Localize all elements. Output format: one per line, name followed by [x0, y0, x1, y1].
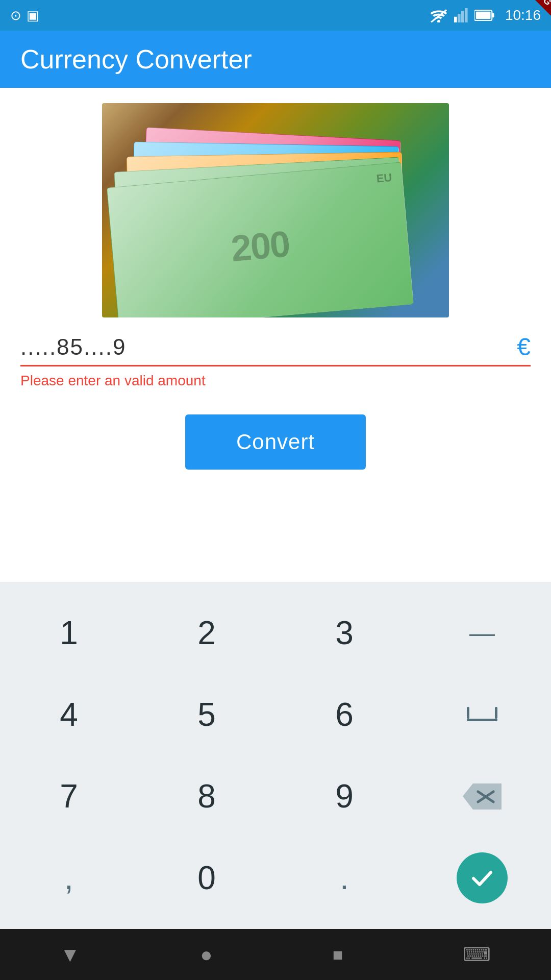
status-bar: ⊙ ▣ 10:16 DEBUG	[0, 0, 551, 31]
key-9[interactable]: 9	[276, 755, 413, 837]
keyboard-row-3: 7 8 9	[0, 755, 551, 837]
recents-nav-icon[interactable]: ■	[333, 945, 343, 965]
key-2[interactable]: 2	[138, 592, 276, 674]
sync-icon: ⊙	[10, 8, 21, 23]
keyboard: 1 2 3 — 4 5 6 7 8 9 , 0	[0, 582, 551, 929]
wifi-icon	[430, 8, 448, 22]
checkmark-icon	[469, 865, 495, 891]
keyboard-row-1: 1 2 3 —	[0, 592, 551, 674]
svg-rect-2	[454, 17, 457, 22]
svg-rect-5	[465, 8, 468, 22]
svg-rect-11	[495, 707, 497, 719]
keyboard-nav-icon[interactable]: ⌨	[463, 943, 491, 966]
keyboard-row-4: , 0 .	[0, 837, 551, 919]
svg-rect-8	[476, 12, 491, 19]
input-underline	[20, 365, 531, 366]
error-message: Please enter an valid amount	[20, 373, 531, 389]
convert-button[interactable]: Convert	[185, 414, 366, 470]
key-8[interactable]: 8	[138, 755, 276, 837]
amount-area: .....85....9 € Please enter an valid amo…	[0, 317, 551, 394]
key-4[interactable]: 4	[0, 674, 138, 755]
nav-bar: ▼ ● ■ ⌨	[0, 929, 551, 980]
home-nav-icon[interactable]: ●	[200, 943, 212, 966]
key-7[interactable]: 7	[0, 755, 138, 837]
bill-200: 200 EU	[107, 162, 414, 317]
amount-value[interactable]: .....85....9	[20, 334, 126, 360]
sd-icon: ▣	[27, 8, 39, 23]
svg-rect-3	[458, 14, 461, 22]
currency-symbol: €	[517, 333, 531, 361]
back-nav-icon[interactable]: ▼	[60, 943, 81, 966]
svg-marker-12	[463, 783, 502, 810]
convert-button-container: Convert	[0, 414, 551, 470]
keyboard-row-2: 4 5 6	[0, 674, 551, 755]
key-comma[interactable]: ,	[0, 837, 138, 919]
space-icon	[464, 704, 500, 725]
svg-rect-10	[467, 707, 469, 719]
svg-rect-7	[492, 13, 494, 18]
svg-rect-4	[461, 11, 464, 22]
battery-icon	[474, 8, 495, 22]
key-6[interactable]: 6	[276, 674, 413, 755]
key-period[interactable]: .	[276, 837, 413, 919]
bill-200-euro: EU	[376, 171, 393, 186]
debug-label: DEBUG	[515, 0, 551, 16]
main-content: 10 EURO 20 EURO 50 EURO 100 EUROEYPOEURO…	[0, 88, 551, 582]
app-title: Currency Converter	[20, 44, 252, 75]
backspace-icon	[462, 782, 503, 811]
app-bar: Currency Converter	[0, 31, 551, 88]
amount-row: .....85....9 €	[20, 333, 531, 365]
key-check[interactable]	[457, 852, 508, 903]
bill-200-label: 200	[230, 223, 291, 270]
key-space[interactable]	[413, 674, 551, 755]
key-5[interactable]: 5	[138, 674, 276, 755]
key-backspace[interactable]	[413, 755, 551, 837]
key-check-wrapper	[413, 837, 551, 919]
key-minus[interactable]: —	[413, 592, 551, 674]
status-left-icons: ⊙ ▣	[10, 8, 39, 23]
signal-icon	[453, 8, 469, 22]
svg-point-0	[437, 20, 440, 22]
svg-rect-9	[467, 719, 497, 721]
debug-ribbon: DEBUG	[510, 0, 551, 41]
hero-image: 10 EURO 20 EURO 50 EURO 100 EUROEYPOEURO…	[102, 103, 449, 317]
key-3[interactable]: 3	[276, 592, 413, 674]
euro-bills: 10 EURO 20 EURO 50 EURO 100 EUROEYPOEURO…	[102, 103, 449, 317]
key-0[interactable]: 0	[138, 837, 276, 919]
key-1[interactable]: 1	[0, 592, 138, 674]
